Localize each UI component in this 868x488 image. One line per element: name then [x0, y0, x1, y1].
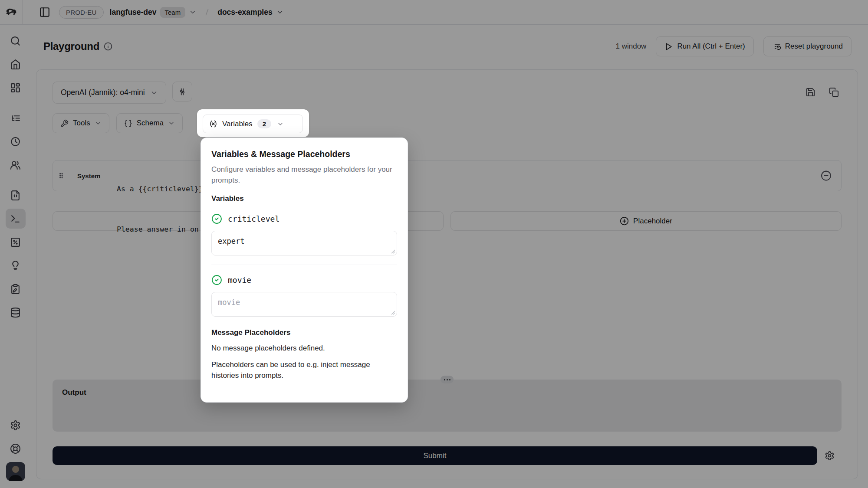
message-placeholders-heading: Message Placeholders [211, 328, 397, 337]
variable-value-wrap: expert [211, 231, 397, 255]
variable-value-input[interactable]: expert [211, 231, 397, 255]
chevron-down-icon [277, 121, 284, 128]
variable-name: movie [228, 275, 251, 285]
resize-corner-icon[interactable] [391, 249, 395, 254]
modal-overlay[interactable] [0, 0, 868, 488]
check-circle-icon [211, 213, 222, 224]
variables-count-badge: 2 [257, 119, 271, 128]
variable-row: criticlevel [211, 213, 397, 224]
placeholders-hint-text: Placeholders can be used to e.g. inject … [211, 359, 397, 381]
variables-label: Variables [222, 120, 253, 128]
popover-title: Variables & Message Placeholders [211, 149, 397, 159]
variables-popover: Variables & Message Placeholders Configu… [201, 138, 408, 403]
variable-row: movie [211, 275, 397, 285]
placeholders-empty-text: No message placeholders defined. [211, 343, 397, 354]
variable-value-input[interactable] [211, 292, 397, 317]
check-circle-icon [211, 275, 222, 285]
popover-description: Configure variables and message placehol… [211, 164, 397, 186]
variable-name: criticlevel [228, 214, 279, 223]
variables-heading: Variables [211, 194, 397, 203]
resize-corner-icon[interactable] [391, 311, 395, 315]
variable-value-wrap [211, 292, 397, 317]
variables-button[interactable]: Variables 2 [203, 115, 303, 133]
variable-divider [211, 265, 397, 265]
playground-app: PROD-EU langfuse-dev Team docs-examples [0, 0, 868, 488]
variables-trigger-halo: Variables 2 [197, 109, 309, 137]
variable-icon [209, 120, 217, 128]
